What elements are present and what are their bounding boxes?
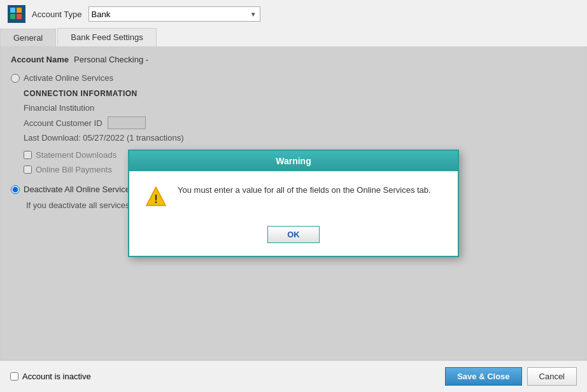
app-icon — [8, 5, 25, 23]
tab-bank-feed[interactable]: Bank Feed Settings — [57, 28, 156, 46]
warning-icon: ! — [145, 185, 167, 208]
account-type-label: Account Type — [32, 10, 82, 19]
bottom-bar: Account is inactive Save & Close Cancel — [0, 360, 587, 392]
dialog-footer: OK — [129, 221, 458, 256]
tab-general[interactable]: General — [0, 29, 56, 46]
dialog-overlay: Warning ! You must enter a value for all… — [1, 47, 586, 360]
account-type-select[interactable]: Bank — [88, 6, 260, 22]
tab-bar: General Bank Feed Settings — [0, 28, 587, 46]
dialog-body: ! You must enter a value for all of the … — [129, 171, 458, 221]
svg-rect-3 — [17, 14, 22, 19]
account-inactive-label: Account is inactive — [22, 372, 91, 381]
warning-dialog: Warning ! You must enter a value for all… — [128, 150, 459, 257]
bottom-left: Account is inactive — [10, 372, 91, 381]
dialog-title-bar: Warning — [129, 151, 458, 171]
svg-rect-1 — [17, 8, 22, 13]
svg-rect-0 — [10, 8, 15, 13]
svg-rect-2 — [10, 14, 15, 19]
main-window: Account Type Bank General Bank Feed Sett… — [0, 0, 587, 392]
save-close-button[interactable]: Save & Close — [445, 367, 521, 386]
cancel-button[interactable]: Cancel — [527, 367, 577, 386]
account-type-select-wrapper[interactable]: Bank — [88, 6, 260, 22]
top-bar: Account Type Bank — [0, 0, 587, 28]
dialog-message: You must enter a value for all of the fi… — [178, 184, 442, 197]
ok-button[interactable]: OK — [267, 226, 320, 243]
svg-text:!: ! — [154, 193, 158, 206]
account-inactive-checkbox[interactable] — [10, 372, 18, 381]
content-area: Account Name Personal Checking - Activat… — [0, 46, 587, 360]
bottom-right: Save & Close Cancel — [445, 367, 577, 386]
